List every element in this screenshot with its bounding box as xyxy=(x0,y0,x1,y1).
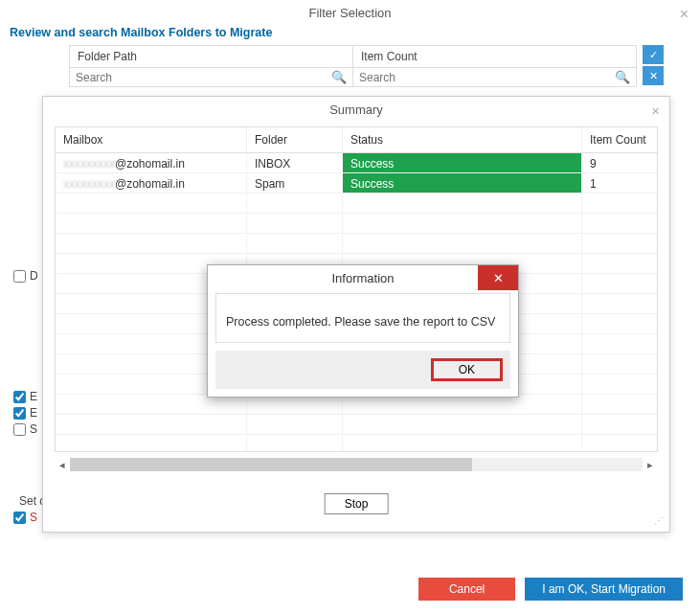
option-e1-label: E xyxy=(30,390,37,403)
cell-count: 9 xyxy=(582,153,658,172)
close-icon[interactable]: × xyxy=(680,6,689,23)
cell-folder: Spam xyxy=(247,173,343,193)
folder-path-column: Folder Path 🔍 xyxy=(69,45,353,87)
scroll-left-icon[interactable]: ◂ xyxy=(55,459,70,471)
table-row[interactable]: xxxxxxxxx@zohomail.in INBOX Success 9 xyxy=(56,153,657,173)
instruction-text: Review and search Mailbox Folders to Mig… xyxy=(0,26,700,45)
table-row xyxy=(56,435,657,452)
folder-path-header: Folder Path xyxy=(70,46,352,68)
window-title: Filter Selection xyxy=(309,6,392,20)
option-d-checkbox[interactable] xyxy=(13,270,26,283)
table-row xyxy=(56,395,657,415)
scroll-thumb[interactable] xyxy=(70,458,472,471)
item-count-search-input[interactable] xyxy=(359,71,615,84)
info-titlebar: Information ✕ xyxy=(208,265,518,291)
information-dialog: Information ✕ Process completed. Please … xyxy=(207,264,519,398)
table-row xyxy=(56,193,657,214)
cell-status: Success xyxy=(343,153,582,172)
option-e1-checkbox[interactable] xyxy=(13,391,26,403)
stop-button[interactable]: Stop xyxy=(325,493,389,514)
option-s-checkbox[interactable] xyxy=(13,423,26,436)
select-all-button[interactable]: ✓ xyxy=(643,45,664,64)
col-itemcount: Item Count xyxy=(582,127,658,152)
search-icon[interactable]: 🔍 xyxy=(331,70,347,84)
col-folder: Folder xyxy=(247,127,343,152)
table-row xyxy=(56,214,657,234)
cell-count: 1 xyxy=(582,173,658,193)
col-mailbox: Mailbox xyxy=(56,127,247,152)
resize-grip-icon[interactable]: ⋰ xyxy=(654,515,664,526)
close-icon[interactable]: ✕ xyxy=(478,265,518,290)
option-s-label: S xyxy=(30,422,37,436)
horizontal-scrollbar[interactable]: ◂ ▸ xyxy=(55,456,658,473)
deselect-all-button[interactable]: ✕ xyxy=(643,66,664,85)
option-d-label: D xyxy=(30,269,38,283)
select-toggle-stack: ✓ ✕ xyxy=(643,45,664,85)
option-sred-checkbox[interactable] xyxy=(13,512,26,524)
folder-path-search-input[interactable] xyxy=(76,71,331,84)
table-row xyxy=(56,415,657,435)
start-migration-button[interactable]: I am OK, Start Migration xyxy=(525,578,683,601)
info-message: Process completed. Please save the repor… xyxy=(215,293,510,343)
table-row[interactable]: xxxxxxxxx@zohomail.in Spam Success 1 xyxy=(56,173,657,193)
summary-titlebar: Summary × xyxy=(43,97,669,123)
cell-status: Success xyxy=(343,173,582,193)
option-e2-label: E xyxy=(30,406,37,420)
search-icon[interactable]: 🔍 xyxy=(615,70,630,84)
option-e2-checkbox[interactable] xyxy=(13,407,26,420)
table-row xyxy=(56,234,657,254)
col-status: Status xyxy=(343,127,582,152)
window-titlebar: Filter Selection × xyxy=(0,0,700,26)
info-footer: OK xyxy=(215,351,510,389)
cell-mailbox: xxxxxxxxx@zohomail.in xyxy=(56,173,247,193)
folder-path-search[interactable]: 🔍 xyxy=(70,68,352,86)
item-count-search[interactable]: 🔍 xyxy=(353,68,636,86)
ok-button[interactable]: OK xyxy=(431,358,503,381)
info-title: Information xyxy=(331,271,394,285)
item-count-header: Item Count xyxy=(353,46,636,68)
cell-mailbox: xxxxxxxxx@zohomail.in xyxy=(56,153,247,172)
scroll-right-icon[interactable]: ▸ xyxy=(643,459,658,471)
close-icon[interactable]: × xyxy=(651,102,660,119)
summary-table-header: Mailbox Folder Status Item Count xyxy=(56,127,657,153)
footer-buttons: Cancel I am OK, Start Migration xyxy=(418,578,683,601)
cancel-button[interactable]: Cancel xyxy=(418,578,515,601)
cell-folder: INBOX xyxy=(247,153,343,172)
option-sred-label: S xyxy=(30,511,37,524)
summary-title: Summary xyxy=(329,102,383,117)
item-count-column: Item Count 🔍 xyxy=(353,45,637,87)
scroll-track[interactable] xyxy=(70,458,643,471)
folder-filter-row: Folder Path 🔍 Item Count 🔍 ✓ ✕ xyxy=(0,45,700,87)
